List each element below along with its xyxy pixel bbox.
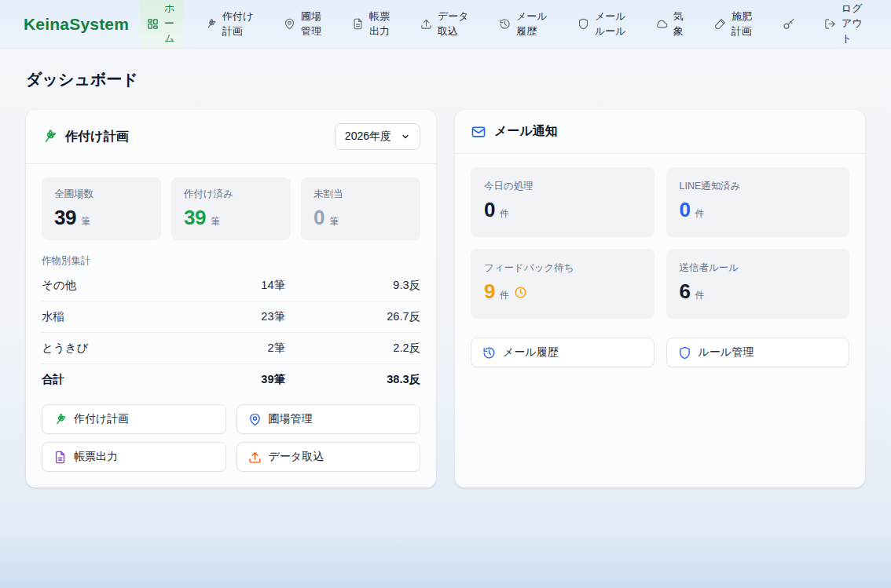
nav-label: メールルール [595, 9, 627, 39]
document-icon [53, 451, 67, 464]
crop-name: 合計 [42, 372, 211, 387]
crop-count: 2筆 [211, 341, 285, 356]
stat-label: 今日の処理 [484, 180, 641, 193]
key-icon [783, 18, 795, 31]
stat-unit: 筆 [81, 215, 90, 228]
nav-label: データ取込 [438, 9, 470, 39]
nav-item-mail-history[interactable]: メール履歴 [492, 0, 556, 48]
stat-value: 39 [54, 206, 76, 230]
crop-summary-label: 作物別集計 [42, 254, 420, 268]
nav-label: 圃場管理 [301, 9, 323, 39]
nav-item-password[interactable] [776, 0, 802, 48]
nav-item-mail-rules[interactable]: メールルール [570, 0, 634, 48]
crop-name: 水稲 [42, 309, 211, 324]
planting-card-title: 作付け計画 [65, 129, 327, 145]
crop-area: 9.3反 [285, 278, 420, 293]
stat-unassigned: 未割当 0 筆 [301, 177, 420, 240]
button-label: ルール管理 [698, 345, 754, 360]
nav-item-data-import[interactable]: データ取込 [413, 0, 477, 48]
mail-card-header: メール通知 [455, 110, 865, 154]
stat-value: 9 [484, 279, 495, 304]
upload-icon [420, 18, 432, 30]
dashboard-icon [147, 18, 159, 30]
planting-stats: 全圃場数 39 筆 作付け済み 39 筆 未割当 [42, 177, 420, 240]
stat-value: 6 [680, 279, 691, 304]
cloud-icon [656, 18, 668, 30]
button-label: データ取込 [269, 450, 324, 464]
shield-icon [678, 346, 691, 360]
stat-today-processed: 今日の処理 0 件 [471, 167, 654, 237]
table-row: 水稲 23筆 26.7反 [42, 301, 420, 333]
upload-icon [248, 451, 262, 464]
stat-line-notified: LINE通知済み 0 件 [666, 167, 850, 237]
field-management-button[interactable]: 圃場管理 [236, 404, 421, 434]
map-pin-icon [248, 413, 262, 426]
stat-label: 全圃場数 [54, 188, 148, 201]
shield-icon [578, 18, 589, 30]
stat-sender-rules: 送信者ルール 6 件 [666, 249, 850, 319]
stat-value: 0 [484, 198, 495, 222]
main-nav: ホーム 作付け計画 圃場管理 帳票出力 データ取込 [140, 0, 871, 48]
nav-item-fertilization-plan[interactable]: 施肥計画 [707, 0, 761, 48]
mail-quick-actions: メール履歴 ルール管理 [471, 338, 849, 367]
history-icon [499, 18, 511, 30]
crop-summary-table: その他 14筆 9.3反 水稲 23筆 26.7反 とうきび 2筆 2.2反 [42, 270, 420, 392]
stat-label: フィードバック待ち [484, 261, 641, 275]
stat-label: 作付け済み [184, 188, 278, 201]
button-label: 圃場管理 [269, 412, 313, 426]
stat-unit: 件 [500, 207, 509, 221]
data-import-button[interactable]: データ取込 [236, 442, 421, 472]
table-total-row: 合計 39筆 38.3反 [42, 364, 420, 392]
nav-item-logout[interactable]: ログアウト [817, 0, 871, 48]
year-select[interactable]: 2026年度 [335, 123, 420, 150]
nav-item-report-output[interactable]: 帳票出力 [345, 0, 398, 48]
test-tube-icon [714, 18, 726, 30]
stat-unit: 筆 [211, 215, 220, 228]
stat-unit: 件 [500, 289, 509, 302]
crop-name: とうきび [42, 341, 211, 356]
report-output-button[interactable]: 帳票出力 [42, 442, 226, 472]
nav-label: 施肥計画 [732, 9, 754, 39]
nav-label: 作付け計画 [222, 9, 255, 39]
dashboard-cards: 作付け計画 2026年度 全圃場数 39 筆 [26, 110, 865, 488]
page-title: ダッシュボード [26, 69, 865, 90]
mail-stats-row-2: フィードバック待ち 9 件 送信者ルール 6 件 [471, 249, 849, 319]
top-navbar: KeinaSystem ホーム 作付け計画 圃場管理 帳票出力 [0, 0, 891, 49]
stat-unit: 件 [695, 289, 704, 302]
crop-area: 2.2反 [285, 341, 420, 356]
nav-item-home[interactable]: ホーム [140, 0, 183, 48]
table-row: その他 14筆 9.3反 [42, 270, 420, 301]
wheat-icon [42, 129, 57, 144]
chevron-down-icon [401, 132, 410, 141]
crop-count: 14筆 [211, 278, 285, 293]
stat-label: 送信者ルール [680, 261, 837, 275]
button-label: 帳票出力 [74, 450, 118, 464]
nav-label: 帳票出力 [369, 9, 391, 39]
nav-label: 気象 [673, 9, 685, 39]
brand-logo[interactable]: KeinaSystem [24, 15, 129, 34]
crop-count: 23筆 [211, 309, 285, 324]
planting-card-body: 全圃場数 39 筆 作付け済み 39 筆 未割当 [26, 164, 436, 488]
planting-plan-button[interactable]: 作付け計画 [42, 404, 226, 434]
stat-awaiting-feedback: フィードバック待ち 9 件 [471, 249, 654, 319]
nav-label: ログアウト [842, 2, 864, 46]
nav-item-weather[interactable]: 気象 [649, 0, 692, 48]
nav-item-field-management[interactable]: 圃場管理 [277, 0, 330, 48]
stat-label: LINE通知済み [680, 180, 837, 193]
document-icon [352, 18, 364, 30]
stat-total-fields: 全圃場数 39 筆 [42, 177, 161, 240]
crop-name: その他 [42, 278, 211, 293]
button-label: メール履歴 [503, 345, 559, 360]
logout-icon [824, 18, 836, 30]
mail-history-button[interactable]: メール履歴 [471, 338, 654, 367]
stat-value: 39 [184, 206, 206, 230]
mail-notification-card: メール通知 今日の処理 0 件 LINE通知済み 0 [455, 110, 865, 488]
button-label: 作付け計画 [74, 412, 129, 426]
stat-label: 未割当 [314, 188, 408, 201]
rule-management-button[interactable]: ルール管理 [666, 338, 850, 367]
table-row: とうきび 2筆 2.2反 [42, 333, 420, 364]
nav-item-planting-plan[interactable]: 作付け計画 [198, 0, 262, 48]
clock-icon [514, 286, 527, 299]
crop-area: 38.3反 [285, 372, 420, 387]
stat-value: 0 [680, 198, 691, 222]
